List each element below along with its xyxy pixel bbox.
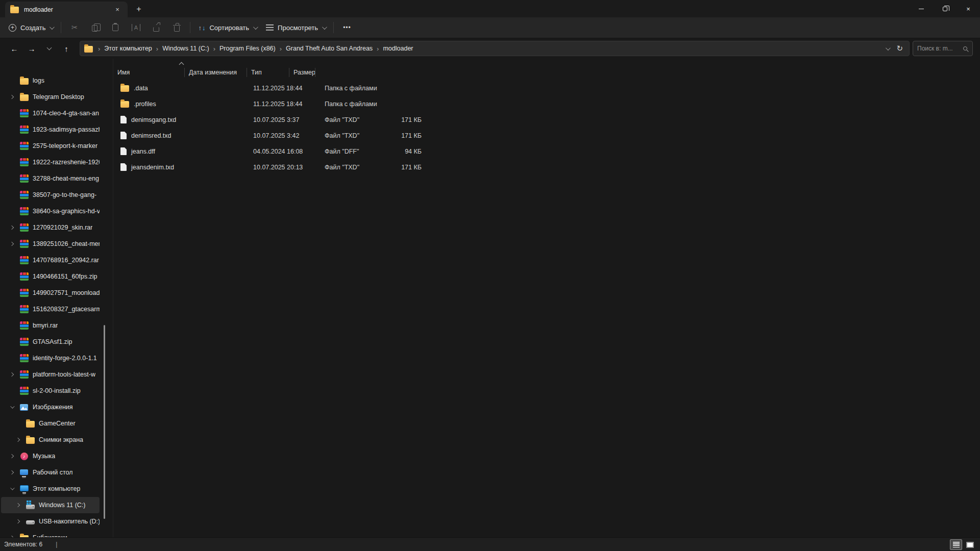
column-header[interactable]: Дата изменения xyxy=(185,65,247,80)
file-row[interactable]: .data 11.12.2025 18:44 Папка с файлами xyxy=(113,80,980,96)
expand-chevron-box[interactable] xyxy=(8,177,15,180)
sidebar-item[interactable]: 1923-sadimsya-passazh xyxy=(1,121,100,138)
expand-chevron-box[interactable] xyxy=(8,226,15,229)
expand-chevron-box[interactable] xyxy=(8,161,15,164)
expand-chevron-box[interactable] xyxy=(8,275,15,278)
sidebar-item[interactable]: bmyri.rar xyxy=(1,317,100,334)
expand-chevron-box[interactable] xyxy=(8,95,15,98)
expand-chevron-box[interactable] xyxy=(8,406,15,409)
expand-chevron-box[interactable] xyxy=(14,520,21,523)
expand-chevron-icon[interactable] xyxy=(16,503,20,507)
sidebar-item[interactable]: Рабочий стол xyxy=(1,464,100,481)
sidebar-item[interactable]: Этот компьютер xyxy=(1,481,100,497)
sidebar-item[interactable]: 1389251026_cheat-men xyxy=(1,236,100,252)
minimize-button[interactable] xyxy=(910,0,933,17)
expand-chevron-box[interactable] xyxy=(14,504,21,507)
search-input[interactable] xyxy=(917,45,960,52)
expand-chevron-box[interactable] xyxy=(8,128,15,131)
sidebar-item[interactable]: Музыка xyxy=(1,448,100,464)
forward-button[interactable]: → xyxy=(24,41,39,56)
create-button[interactable]: + Создать xyxy=(4,19,58,36)
expand-chevron-box[interactable] xyxy=(8,144,15,147)
breadcrumb-item[interactable]: › Grand Theft Auto San Andreas xyxy=(277,45,373,53)
expand-chevron-icon[interactable] xyxy=(16,519,20,523)
expand-chevron-box[interactable] xyxy=(8,357,15,360)
sidebar-item[interactable]: logs xyxy=(1,72,100,89)
sidebar-item[interactable]: 1074-cleo-4-gta-san-an xyxy=(1,105,100,121)
file-row[interactable]: denimsgang.txd 10.07.2025 3:37 Файл "TXD… xyxy=(113,112,980,128)
expand-chevron-box[interactable] xyxy=(8,210,15,213)
tab-modloader[interactable]: modloader × xyxy=(5,2,128,17)
tab-close-icon[interactable]: × xyxy=(112,5,122,15)
expand-chevron-box[interactable] xyxy=(8,373,15,376)
address-dropdown-icon[interactable] xyxy=(886,45,891,51)
expand-chevron-box[interactable] xyxy=(8,471,15,474)
file-row[interactable]: denimsred.txd 10.07.2025 3:42 Файл "TXD"… xyxy=(113,128,980,143)
sort-button[interactable]: ↑ ↓ Сортировать xyxy=(193,19,261,36)
expand-chevron-box[interactable] xyxy=(8,389,15,392)
breadcrumb-label[interactable]: Этот компьютер xyxy=(104,45,152,52)
sidebar-scrollbar[interactable] xyxy=(104,325,105,519)
details-view-button[interactable] xyxy=(950,539,962,550)
copy-button[interactable] xyxy=(85,19,105,36)
expand-chevron-box[interactable] xyxy=(14,438,21,441)
expand-chevron-icon[interactable] xyxy=(16,438,20,442)
sidebar-item[interactable]: GTASAsf1.zip xyxy=(1,334,100,350)
sidebar-item[interactable]: 32788-cheat-menu-eng xyxy=(1,170,100,187)
thumbnails-view-button[interactable] xyxy=(964,539,976,550)
sidebar-item[interactable]: USB-накопитель (D:) xyxy=(1,513,100,530)
expand-chevron-icon[interactable] xyxy=(10,486,14,490)
sidebar-item[interactable]: identity-forge-2.0.0-1.1 xyxy=(1,350,100,366)
column-separator[interactable] xyxy=(315,68,315,77)
expand-chevron-box[interactable] xyxy=(8,79,15,82)
expand-chevron-box[interactable] xyxy=(8,324,15,327)
up-button[interactable]: ↑ xyxy=(59,41,74,56)
breadcrumb-item[interactable]: › modloader xyxy=(374,45,413,53)
file-row[interactable]: jeansdenim.txd 10.07.2025 20:13 Файл "TX… xyxy=(113,159,980,175)
expand-chevron-icon[interactable] xyxy=(10,404,14,408)
sidebar-item[interactable]: 38507-go-to-the-gang- xyxy=(1,187,100,203)
back-button[interactable]: ← xyxy=(7,41,21,56)
expand-chevron-box[interactable] xyxy=(8,242,15,245)
view-button[interactable]: Просмотреть xyxy=(261,19,330,36)
column-header[interactable]: Тип xyxy=(247,65,289,80)
column-header[interactable]: Размер xyxy=(289,65,315,80)
breadcrumb-item[interactable]: › Program Files (x86) xyxy=(210,45,276,53)
breadcrumb-label[interactable]: modloader xyxy=(383,45,413,52)
expand-chevron-icon[interactable] xyxy=(10,470,14,474)
paste-button[interactable] xyxy=(105,19,126,36)
file-row[interactable]: .profiles 11.12.2025 18:44 Папка с файла… xyxy=(113,96,980,112)
breadcrumb-label[interactable]: Grand Theft Auto San Andreas xyxy=(286,45,373,52)
breadcrumb-label[interactable]: Program Files (x86) xyxy=(219,45,276,52)
sidebar-item[interactable]: sl-2-00-install.zip xyxy=(1,383,100,399)
expand-chevron-box[interactable] xyxy=(8,112,15,115)
expand-chevron-box[interactable] xyxy=(14,422,21,425)
sidebar-item[interactable]: 38640-sa-graphics-hd-v xyxy=(1,203,100,219)
recent-locations-button[interactable] xyxy=(42,41,56,56)
expand-chevron-icon[interactable] xyxy=(10,95,14,99)
restore-button[interactable] xyxy=(933,0,957,17)
close-button[interactable]: × xyxy=(957,0,980,17)
sidebar-item[interactable]: Библиотеки xyxy=(1,530,100,537)
share-button[interactable] xyxy=(146,19,166,36)
breadcrumb-label[interactable]: Windows 11 (C:) xyxy=(162,45,209,52)
sidebar-item[interactable]: 1270921029_skin.rar xyxy=(1,219,100,236)
file-row[interactable]: jeans.dff 04.05.2024 16:08 Файл "DFF" 94… xyxy=(113,143,980,159)
rename-button[interactable]: A xyxy=(126,19,146,36)
sidebar-item[interactable]: 1490466151_60fps.zip xyxy=(1,268,100,285)
column-header[interactable]: Имя xyxy=(113,65,185,80)
sidebar-item[interactable]: 1470768916_20942.rar xyxy=(1,252,100,268)
refresh-icon[interactable]: ↻ xyxy=(896,44,903,53)
expand-chevron-box[interactable] xyxy=(8,340,15,343)
expand-chevron-box[interactable] xyxy=(8,487,15,490)
sidebar-item[interactable]: Telegram Desktop xyxy=(1,89,100,105)
breadcrumb-item[interactable]: › Windows 11 (C:) xyxy=(153,45,209,53)
expand-chevron-icon[interactable] xyxy=(10,454,14,458)
sidebar-item[interactable]: platform-tools-latest-w xyxy=(1,366,100,383)
expand-chevron-icon[interactable] xyxy=(10,242,14,246)
expand-chevron-box[interactable] xyxy=(8,291,15,294)
sidebar-item[interactable]: 1499027571_moonloade xyxy=(1,285,100,301)
expand-chevron-icon[interactable] xyxy=(10,226,14,230)
sidebar-item[interactable]: Изображения xyxy=(1,399,100,415)
sidebar-item[interactable]: 1516208327_gtacesarmo xyxy=(1,301,100,317)
